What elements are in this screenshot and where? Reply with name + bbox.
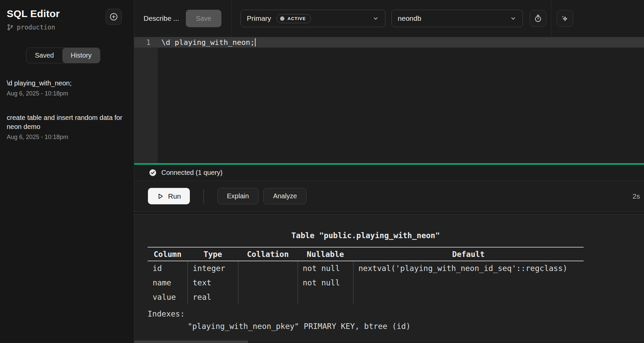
circle-plus-icon: [109, 12, 118, 21]
history-item[interactable]: \d playing_with_neon; Aug 6, 2025 - 10:1…: [7, 79, 127, 97]
cell: integer: [187, 261, 238, 275]
history-timestamp: Aug 6, 2025 - 10:18pm: [7, 90, 127, 97]
branch-name: production: [17, 23, 55, 31]
cell: name: [148, 275, 187, 290]
history-timestamp: Aug 6, 2025 - 10:18pm: [7, 134, 127, 141]
run-button[interactable]: Run: [148, 188, 190, 204]
status-badge: ACTIVE: [276, 14, 311, 23]
query-results: Table "public.playing_with_neon" Column …: [134, 214, 644, 343]
scrollbar-thumb[interactable]: [134, 341, 248, 343]
history-item[interactable]: create table and insert random data for …: [7, 113, 127, 141]
play-icon: [157, 193, 164, 200]
table-row: value real: [148, 290, 584, 304]
main-panel: Describe ... Save Primary ACTIVE neondb: [134, 0, 644, 343]
editor-gutter: [134, 37, 158, 163]
run-button-label: Run: [168, 192, 181, 200]
branch-label: production: [7, 23, 60, 31]
query-title: Describe ...: [144, 14, 179, 22]
code-text: \d playing_with_neon;: [161, 38, 255, 47]
sparkle-icon: [560, 14, 569, 23]
result-table: Column Type Collation Nullable Default i…: [148, 247, 584, 304]
column-header: Default: [353, 247, 584, 261]
topbar-divider: [231, 0, 232, 37]
cell: [238, 275, 298, 290]
column-header: Type: [187, 247, 238, 261]
analyze-button[interactable]: Analyze: [263, 188, 307, 204]
table-row: id integer not null nextval('playing_wit…: [148, 261, 584, 275]
chevron-down-icon: [372, 15, 379, 22]
history-query: \d playing_with_neon;: [7, 79, 122, 87]
column-header: Nullable: [298, 247, 353, 261]
chevron-down-icon: [510, 15, 517, 22]
page-title: SQL Editor: [7, 8, 60, 19]
cell: value: [148, 290, 187, 304]
topbar-divider: [551, 0, 551, 37]
line-number: 1: [134, 38, 158, 47]
result-table-title: Table "public.playing_with_neon": [148, 231, 584, 240]
topbar: Describe ... Save Primary ACTIVE neondb: [134, 0, 644, 37]
tab-history[interactable]: History: [62, 48, 100, 63]
branch-selector[interactable]: Primary ACTIVE: [240, 10, 385, 27]
column-header: Collation: [238, 247, 298, 261]
branch-selector-value: Primary: [247, 14, 271, 22]
sidebar: SQL Editor production: [0, 0, 134, 343]
results-top-divider: [134, 212, 644, 214]
toolbar-divider: [203, 189, 204, 203]
status-dot: [280, 16, 284, 21]
database-selector[interactable]: neondb: [391, 10, 523, 27]
new-query-button[interactable]: [106, 9, 122, 25]
query-toolbar: Run Explain Analyze 2s: [134, 181, 644, 212]
ai-assist-button[interactable]: [556, 10, 573, 27]
horizontal-scrollbar[interactable]: [134, 340, 644, 343]
cell: [238, 261, 298, 275]
connection-status: Connected (1 query): [161, 169, 222, 177]
index-entry: "playing_with_neon_pkey" PRIMARY KEY, bt…: [148, 322, 584, 331]
indexes-label: Indexes:: [148, 310, 584, 318]
history-query: create table and insert random data for …: [7, 113, 122, 131]
cell: real: [187, 290, 238, 304]
cell: [238, 290, 298, 304]
history-list: \d playing_with_neon; Aug 6, 2025 - 10:1…: [7, 79, 127, 141]
tab-saved[interactable]: Saved: [26, 48, 62, 63]
query-duration: 2s: [633, 192, 640, 200]
cell: text: [187, 275, 238, 290]
status-badge-label: ACTIVE: [287, 16, 306, 21]
sidebar-header: SQL Editor production: [7, 8, 127, 31]
code-editor[interactable]: 1 \d playing_with_neon;: [134, 37, 644, 163]
query-timer-button[interactable]: [530, 10, 546, 27]
cell: not null: [298, 261, 353, 275]
cell: nextval('playing_with_neon_id_seq'::regc…: [353, 261, 584, 275]
column-header: Column: [148, 247, 187, 261]
cell: [353, 275, 584, 290]
cell: [298, 290, 353, 304]
save-button[interactable]: Save: [186, 10, 221, 27]
cell: id: [148, 261, 187, 275]
table-row: name text not null: [148, 275, 584, 290]
stopwatch-icon: [534, 14, 542, 23]
saved-history-tabs: Saved History: [26, 48, 100, 63]
explain-button[interactable]: Explain: [217, 188, 259, 204]
text-cursor: [255, 38, 256, 47]
check-circle-icon: [149, 169, 157, 177]
psql-output: Table "public.playing_with_neon" Column …: [148, 231, 584, 331]
sql-editor-app: SQL Editor production: [0, 0, 644, 343]
cell: not null: [298, 275, 353, 290]
editor-active-line: 1 \d playing_with_neon;: [134, 37, 644, 48]
git-branch-icon: [7, 24, 14, 31]
connection-statusbar: Connected (1 query): [134, 165, 644, 181]
database-selector-value: neondb: [398, 14, 421, 22]
result-table-header-row: Column Type Collation Nullable Default: [148, 247, 584, 261]
cell: [353, 290, 584, 304]
